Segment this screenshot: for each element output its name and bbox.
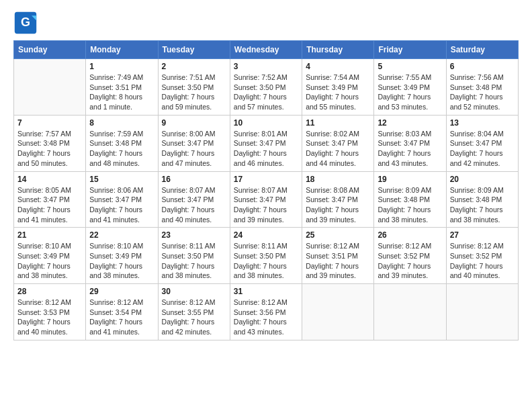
day-cell: 1Sunrise: 7:49 AMSunset: 3:51 PMDaylight… bbox=[86, 59, 158, 116]
day-detail: Sunrise: 8:09 AMSunset: 3:48 PMDaylight:… bbox=[378, 185, 442, 225]
weekday-header-thursday: Thursday bbox=[302, 41, 374, 59]
day-cell: 24Sunrise: 8:11 AMSunset: 3:50 PMDayligh… bbox=[230, 228, 302, 284]
day-number: 12 bbox=[378, 118, 442, 128]
day-cell bbox=[302, 284, 374, 340]
day-number: 9 bbox=[162, 118, 226, 128]
day-cell: 30Sunrise: 8:12 AMSunset: 3:55 PMDayligh… bbox=[158, 284, 230, 340]
weekday-header-sunday: Sunday bbox=[14, 41, 86, 59]
day-detail: Sunrise: 7:49 AMSunset: 3:51 PMDaylight:… bbox=[89, 73, 154, 112]
day-cell: 13Sunrise: 8:04 AMSunset: 3:47 PMDayligh… bbox=[446, 115, 518, 171]
day-cell: 17Sunrise: 8:07 AMSunset: 3:47 PMDayligh… bbox=[230, 171, 302, 228]
day-cell: 3Sunrise: 7:52 AMSunset: 3:50 PMDaylight… bbox=[230, 59, 302, 116]
day-cell: 12Sunrise: 8:03 AMSunset: 3:47 PMDayligh… bbox=[374, 115, 446, 171]
day-detail: Sunrise: 8:01 AMSunset: 3:47 PMDaylight:… bbox=[234, 129, 298, 169]
day-detail: Sunrise: 8:10 AMSunset: 3:49 PMDaylight:… bbox=[17, 241, 82, 281]
day-number: 24 bbox=[234, 230, 298, 240]
day-cell bbox=[446, 284, 518, 340]
day-detail: Sunrise: 8:03 AMSunset: 3:47 PMDaylight:… bbox=[378, 129, 442, 169]
day-cell: 26Sunrise: 8:12 AMSunset: 3:52 PMDayligh… bbox=[374, 228, 446, 284]
weekday-header-tuesday: Tuesday bbox=[158, 41, 230, 59]
day-cell: 9Sunrise: 8:00 AMSunset: 3:47 PMDaylight… bbox=[158, 115, 230, 171]
day-detail: Sunrise: 8:12 AMSunset: 3:56 PMDaylight:… bbox=[234, 298, 298, 337]
calendar-container: G SundayMondayTuesdayWednesdayThursdayFr… bbox=[0, 0, 532, 347]
calendar-table: SundayMondayTuesdayWednesdayThursdayFrid… bbox=[13, 40, 519, 340]
day-detail: Sunrise: 7:54 AMSunset: 3:49 PMDaylight:… bbox=[306, 73, 370, 112]
day-detail: Sunrise: 8:09 AMSunset: 3:48 PMDaylight:… bbox=[450, 185, 515, 225]
day-number: 19 bbox=[378, 175, 442, 184]
day-cell: 29Sunrise: 8:12 AMSunset: 3:54 PMDayligh… bbox=[86, 284, 158, 340]
day-detail: Sunrise: 8:06 AMSunset: 3:47 PMDaylight:… bbox=[89, 185, 154, 225]
day-number: 1 bbox=[89, 62, 154, 71]
day-number: 7 bbox=[17, 118, 82, 128]
day-cell: 8Sunrise: 7:59 AMSunset: 3:48 PMDaylight… bbox=[86, 115, 158, 171]
day-cell: 11Sunrise: 8:02 AMSunset: 3:47 PMDayligh… bbox=[302, 115, 374, 171]
day-number: 8 bbox=[89, 118, 154, 128]
day-cell: 22Sunrise: 8:10 AMSunset: 3:49 PMDayligh… bbox=[86, 228, 158, 284]
weekday-header-friday: Friday bbox=[374, 41, 446, 59]
svg-text:G: G bbox=[21, 15, 30, 29]
day-detail: Sunrise: 7:55 AMSunset: 3:49 PMDaylight:… bbox=[378, 73, 442, 112]
day-detail: Sunrise: 8:07 AMSunset: 3:47 PMDaylight:… bbox=[162, 185, 226, 225]
day-number: 16 bbox=[162, 175, 226, 184]
weekday-header-row: SundayMondayTuesdayWednesdayThursdayFrid… bbox=[14, 41, 519, 59]
day-cell: 6Sunrise: 7:56 AMSunset: 3:48 PMDaylight… bbox=[446, 59, 518, 116]
day-detail: Sunrise: 7:59 AMSunset: 3:48 PMDaylight:… bbox=[89, 129, 154, 169]
weekday-header-wednesday: Wednesday bbox=[230, 41, 302, 59]
day-number: 10 bbox=[234, 118, 298, 128]
day-cell: 2Sunrise: 7:51 AMSunset: 3:50 PMDaylight… bbox=[158, 59, 230, 116]
day-number: 28 bbox=[17, 287, 82, 296]
week-row-3: 14Sunrise: 8:05 AMSunset: 3:47 PMDayligh… bbox=[14, 171, 519, 228]
day-cell: 20Sunrise: 8:09 AMSunset: 3:48 PMDayligh… bbox=[446, 171, 518, 228]
day-cell: 7Sunrise: 7:57 AMSunset: 3:48 PMDaylight… bbox=[14, 115, 86, 171]
day-cell: 23Sunrise: 8:11 AMSunset: 3:50 PMDayligh… bbox=[158, 228, 230, 284]
week-row-4: 21Sunrise: 8:10 AMSunset: 3:49 PMDayligh… bbox=[14, 228, 519, 284]
day-number: 27 bbox=[450, 230, 515, 240]
day-cell: 28Sunrise: 8:12 AMSunset: 3:53 PMDayligh… bbox=[14, 284, 86, 340]
day-number: 2 bbox=[162, 62, 226, 71]
day-detail: Sunrise: 7:51 AMSunset: 3:50 PMDaylight:… bbox=[162, 73, 226, 112]
day-detail: Sunrise: 8:12 AMSunset: 3:52 PMDaylight:… bbox=[378, 241, 442, 281]
day-number: 31 bbox=[234, 287, 298, 296]
day-number: 22 bbox=[89, 230, 154, 240]
day-number: 5 bbox=[378, 62, 442, 71]
day-number: 29 bbox=[89, 287, 154, 296]
week-row-5: 28Sunrise: 8:12 AMSunset: 3:53 PMDayligh… bbox=[14, 284, 519, 340]
day-detail: Sunrise: 8:12 AMSunset: 3:51 PMDaylight:… bbox=[306, 241, 370, 281]
day-detail: Sunrise: 8:11 AMSunset: 3:50 PMDaylight:… bbox=[162, 241, 226, 281]
day-cell: 19Sunrise: 8:09 AMSunset: 3:48 PMDayligh… bbox=[374, 171, 446, 228]
day-cell: 21Sunrise: 8:10 AMSunset: 3:49 PMDayligh… bbox=[14, 228, 86, 284]
day-number: 26 bbox=[378, 230, 442, 240]
day-cell: 25Sunrise: 8:12 AMSunset: 3:51 PMDayligh… bbox=[302, 228, 374, 284]
logo-icon: G bbox=[13, 11, 38, 35]
day-detail: Sunrise: 8:12 AMSunset: 3:52 PMDaylight:… bbox=[450, 241, 515, 281]
day-number: 17 bbox=[234, 175, 298, 184]
day-number: 13 bbox=[450, 118, 515, 128]
day-detail: Sunrise: 7:52 AMSunset: 3:50 PMDaylight:… bbox=[234, 73, 298, 112]
day-cell bbox=[374, 284, 446, 340]
weekday-header-monday: Monday bbox=[86, 41, 158, 59]
day-cell: 27Sunrise: 8:12 AMSunset: 3:52 PMDayligh… bbox=[446, 228, 518, 284]
day-number: 18 bbox=[306, 175, 370, 184]
day-detail: Sunrise: 8:05 AMSunset: 3:47 PMDaylight:… bbox=[17, 185, 82, 225]
day-detail: Sunrise: 8:10 AMSunset: 3:49 PMDaylight:… bbox=[89, 241, 154, 281]
day-cell bbox=[14, 59, 86, 116]
day-cell: 16Sunrise: 8:07 AMSunset: 3:47 PMDayligh… bbox=[158, 171, 230, 228]
day-cell: 5Sunrise: 7:55 AMSunset: 3:49 PMDaylight… bbox=[374, 59, 446, 116]
day-number: 3 bbox=[234, 62, 298, 71]
day-detail: Sunrise: 8:08 AMSunset: 3:47 PMDaylight:… bbox=[306, 185, 370, 225]
week-row-2: 7Sunrise: 7:57 AMSunset: 3:48 PMDaylight… bbox=[14, 115, 519, 171]
day-detail: Sunrise: 8:00 AMSunset: 3:47 PMDaylight:… bbox=[162, 129, 226, 169]
day-detail: Sunrise: 8:07 AMSunset: 3:47 PMDaylight:… bbox=[234, 185, 298, 225]
day-cell: 10Sunrise: 8:01 AMSunset: 3:47 PMDayligh… bbox=[230, 115, 302, 171]
day-detail: Sunrise: 8:02 AMSunset: 3:47 PMDaylight:… bbox=[306, 129, 370, 169]
day-cell: 14Sunrise: 8:05 AMSunset: 3:47 PMDayligh… bbox=[14, 171, 86, 228]
day-cell: 15Sunrise: 8:06 AMSunset: 3:47 PMDayligh… bbox=[86, 171, 158, 228]
day-number: 20 bbox=[450, 175, 515, 184]
day-number: 15 bbox=[89, 175, 154, 184]
day-cell: 4Sunrise: 7:54 AMSunset: 3:49 PMDaylight… bbox=[302, 59, 374, 116]
day-cell: 31Sunrise: 8:12 AMSunset: 3:56 PMDayligh… bbox=[230, 284, 302, 340]
day-number: 21 bbox=[17, 230, 82, 240]
day-detail: Sunrise: 7:57 AMSunset: 3:48 PMDaylight:… bbox=[17, 129, 82, 169]
header: G bbox=[13, 11, 519, 35]
day-detail: Sunrise: 8:12 AMSunset: 3:53 PMDaylight:… bbox=[17, 298, 82, 337]
